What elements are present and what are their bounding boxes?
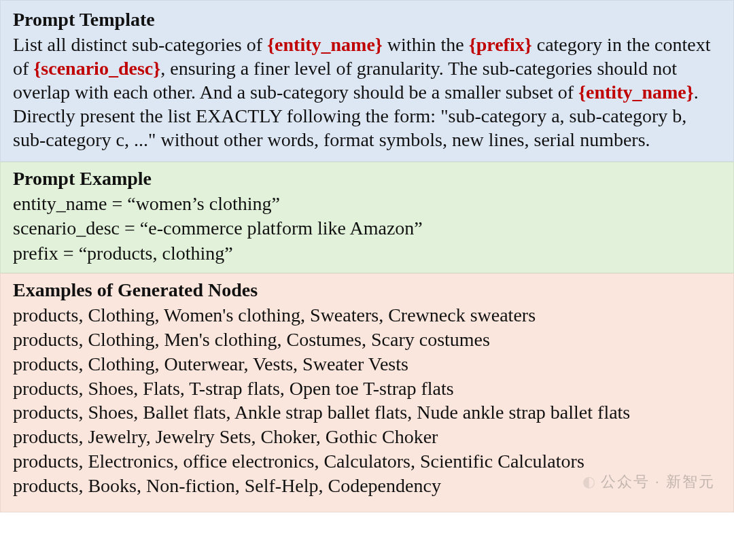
- equals-sign: =: [120, 217, 140, 239]
- example-var-line: entity_name = “women’s clothing”: [13, 192, 721, 216]
- node-path-separator: ,: [146, 426, 156, 447]
- node-path-separator: ,: [137, 475, 146, 496]
- node-path-separator: ,: [78, 378, 88, 399]
- node-path-segment: Codependency: [328, 475, 441, 496]
- example-var-line: prefix = “products, clothing”: [13, 241, 721, 266]
- node-path-segment: products: [13, 451, 78, 472]
- equals-sign: =: [107, 193, 127, 214]
- node-path-separator: ,: [379, 304, 388, 326]
- node-path-segment: Electronics: [88, 451, 173, 472]
- prompt-example-panel: Prompt Example entity_name = “women’s cl…: [0, 162, 734, 273]
- node-path-separator: ,: [78, 451, 88, 472]
- node-path-separator: ,: [314, 451, 324, 472]
- node-path-line: products, Shoes, Ballet flats, Ankle str…: [13, 400, 721, 425]
- node-path-segment: Ballet flats: [143, 402, 226, 423]
- node-path-line: products, Books, Non-fiction, Self-Help,…: [13, 474, 721, 498]
- node-path-segment: products: [13, 353, 78, 374]
- node-path-separator: ,: [173, 451, 183, 472]
- node-path-segment: T-strap flats: [189, 378, 280, 399]
- node-path-line: products, Clothing, Women's clothing, Sw…: [13, 303, 721, 328]
- node-path-segment: Crewneck sweaters: [388, 304, 536, 326]
- template-text: List all distinct sub-categories of: [13, 34, 267, 55]
- node-path-segment: Scientific Calculators: [420, 451, 584, 472]
- node-path-segment: Open toe T-strap flats: [290, 378, 454, 399]
- node-path-separator: ,: [235, 475, 245, 496]
- node-path-separator: ,: [78, 426, 88, 447]
- example-var-name: scenario_desc: [13, 217, 120, 239]
- placeholder-prefix: {prefix}: [469, 34, 532, 55]
- node-path-segment: products: [13, 329, 78, 350]
- node-path-separator: ,: [293, 353, 302, 374]
- node-path-segment: Ankle strap ballet flats: [234, 402, 407, 423]
- node-path-separator: ,: [154, 353, 164, 374]
- node-path-segment: Gothic Choker: [326, 426, 438, 447]
- example-var-value: “women’s clothing”: [127, 193, 280, 214]
- node-path-segment: Sweater Vests: [302, 353, 408, 374]
- generated-nodes-list: products, Clothing, Women's clothing, Sw…: [13, 303, 721, 498]
- node-path-segment: Sweaters: [310, 304, 379, 326]
- node-path-separator: ,: [78, 353, 88, 374]
- example-var-value: “e-commerce platform like Amazon”: [140, 217, 423, 239]
- node-path-separator: ,: [133, 402, 143, 423]
- node-path-segment: Books: [88, 475, 137, 496]
- placeholder-scenario-desc: {scenario_desc}: [33, 58, 160, 79]
- node-path-separator: ,: [243, 353, 253, 374]
- node-path-segment: Men's clothing: [164, 329, 277, 350]
- node-path-segment: Clothing: [88, 329, 154, 350]
- node-path-separator: ,: [78, 475, 88, 496]
- node-path-segment: Choker: [260, 426, 315, 447]
- node-path-separator: ,: [277, 329, 286, 350]
- node-path-segment: Outerwear: [164, 353, 243, 374]
- node-path-separator: ,: [316, 426, 326, 447]
- node-path-segment: Jewelry: [88, 426, 145, 447]
- node-path-line: products, Electronics, office electronic…: [13, 449, 721, 474]
- example-var-line: scenario_desc = “e-commerce platform lik…: [13, 216, 721, 241]
- template-text: within the: [383, 34, 469, 55]
- node-path-segment: products: [13, 426, 78, 447]
- node-path-separator: ,: [180, 378, 190, 399]
- node-path-segment: products: [13, 304, 78, 326]
- node-path-segment: Clothing: [88, 353, 154, 374]
- node-path-segment: products: [13, 378, 78, 399]
- node-path-segment: office electronics: [183, 451, 314, 472]
- example-var-name: prefix: [13, 243, 58, 264]
- node-path-segment: Clothing: [88, 304, 154, 326]
- prompt-template-panel: Prompt Template List all distinct sub-ca…: [0, 0, 734, 162]
- node-path-line: products, Shoes, Flats, T-strap flats, O…: [13, 377, 721, 401]
- placeholder-entity-name-2: {entity_name}: [578, 82, 694, 103]
- node-path-separator: ,: [407, 402, 417, 423]
- prompt-template-body: List all distinct sub-categories of {ent…: [13, 34, 711, 150]
- node-path-segment: Shoes: [88, 378, 133, 399]
- node-path-separator: ,: [78, 329, 88, 350]
- generated-nodes-panel: Examples of Generated Nodes products, Cl…: [0, 273, 734, 512]
- node-path-separator: ,: [78, 304, 88, 326]
- node-path-segment: products: [13, 475, 78, 496]
- node-path-segment: Calculators: [324, 451, 410, 472]
- node-path-segment: Flats: [143, 378, 179, 399]
- figure-card: Prompt Template List all distinct sub-ca…: [0, 0, 734, 512]
- equals-sign: =: [58, 243, 79, 264]
- node-path-segment: Scary costumes: [371, 329, 490, 350]
- node-path-segment: Costumes: [286, 329, 361, 350]
- prompt-example-vars: entity_name = “women’s clothing”scenario…: [13, 192, 721, 266]
- node-path-separator: ,: [251, 426, 260, 447]
- node-path-segment: Women's clothing: [164, 304, 300, 326]
- node-path-line: products, Clothing, Men's clothing, Cost…: [13, 328, 721, 352]
- generated-nodes-heading: Examples of Generated Nodes: [13, 278, 721, 302]
- example-var-name: entity_name: [13, 193, 107, 214]
- node-path-separator: ,: [280, 378, 290, 399]
- node-path-separator: ,: [154, 329, 164, 350]
- prompt-example-heading: Prompt Example: [13, 167, 721, 190]
- node-path-separator: ,: [78, 402, 88, 423]
- node-path-separator: ,: [300, 304, 310, 326]
- node-path-segment: Nude ankle strap ballet flats: [417, 402, 630, 423]
- prompt-template-heading: Prompt Template: [13, 7, 721, 31]
- node-path-segment: Shoes: [88, 402, 133, 423]
- node-path-separator: ,: [226, 402, 234, 423]
- node-path-separator: ,: [362, 329, 371, 350]
- example-var-value: “products, clothing”: [79, 243, 233, 264]
- node-path-separator: ,: [319, 475, 328, 496]
- node-path-separator: ,: [154, 304, 164, 326]
- node-path-segment: Self-Help: [245, 475, 319, 496]
- node-path-separator: ,: [133, 378, 143, 399]
